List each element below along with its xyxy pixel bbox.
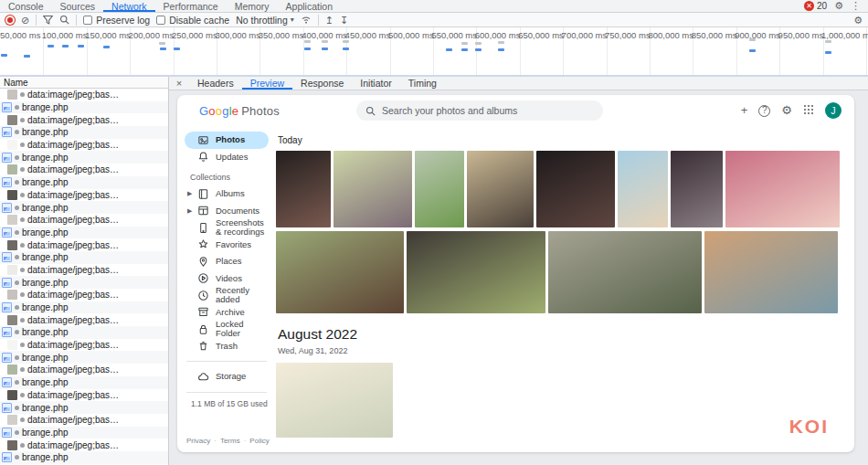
table-row[interactable]: data:image/jpeg;bas…	[0, 414, 168, 427]
photo-tile[interactable]	[618, 151, 668, 227]
request-bar[interactable]	[343, 40, 349, 43]
request-bar[interactable]	[103, 46, 110, 48]
footer-link-terms[interactable]: Terms	[220, 437, 240, 445]
request-bar[interactable]	[475, 42, 482, 45]
sidebar-item-places[interactable]: Places	[185, 253, 269, 270]
sidebar-item-trash[interactable]: Trash	[185, 338, 269, 355]
request-bar[interactable]	[48, 45, 54, 48]
help-icon[interactable]: ?	[758, 105, 770, 117]
request-bar[interactable]	[498, 41, 504, 44]
photo-tile[interactable]	[276, 231, 404, 313]
photo-tile[interactable]	[407, 231, 545, 313]
photo-tile[interactable]	[276, 151, 331, 227]
photo-tile[interactable]	[536, 151, 615, 227]
table-row[interactable]: brange.php	[0, 451, 168, 464]
photo-tile[interactable]	[415, 151, 464, 227]
tab-memory[interactable]: Memory	[227, 0, 278, 12]
request-bar[interactable]	[62, 45, 69, 48]
close-icon[interactable]: ×	[169, 77, 189, 90]
request-bar[interactable]	[446, 48, 452, 51]
throttling-select[interactable]: No throttling ▾	[236, 15, 294, 26]
photos-search-bar[interactable]	[356, 100, 603, 121]
request-bar[interactable]	[475, 48, 482, 51]
photo-tile[interactable]	[467, 151, 534, 227]
table-row[interactable]: brange.php	[0, 101, 168, 114]
network-overview-timeline[interactable]: 50,000 ms100,000 ms150,000 ms200,000 ms2…	[0, 27, 868, 77]
apps-grid-icon[interactable]	[803, 104, 814, 118]
tab-preview[interactable]: Preview	[242, 77, 292, 90]
footer-link-privacy[interactable]: Privacy	[186, 437, 210, 445]
sidebar-item-videos[interactable]: Videos	[185, 270, 269, 288]
request-bar[interactable]	[24, 55, 30, 58]
table-row[interactable]: data:image/jpeg;bas…	[0, 313, 168, 326]
network-settings-gear-icon[interactable]: ⚙	[853, 16, 863, 25]
sidebar-item-updates[interactable]: Updates	[185, 149, 269, 166]
request-bar[interactable]	[825, 40, 831, 43]
request-bar[interactable]	[1, 54, 7, 57]
tab-response[interactable]: Response	[292, 77, 352, 90]
table-row[interactable]: brange.php	[0, 376, 168, 389]
table-row[interactable]: brange.php	[0, 401, 168, 414]
settings-gear-icon[interactable]: ⚙	[834, 0, 843, 12]
tab-sources[interactable]: Sources	[52, 0, 104, 12]
request-bar[interactable]	[174, 48, 180, 50]
search-input[interactable]	[382, 105, 594, 116]
request-bar[interactable]	[304, 40, 311, 43]
table-row[interactable]: brange.php	[0, 251, 168, 264]
table-row[interactable]: brange.php	[0, 227, 168, 239]
disable-cache-checkbox[interactable]: Disable cache	[156, 15, 229, 26]
request-bar[interactable]	[461, 48, 468, 51]
settings-gear-icon[interactable]: ⚙	[781, 104, 792, 117]
more-menu-icon[interactable]: ⋮	[851, 0, 861, 12]
sidebar-item-documents[interactable]: ▶Documents	[185, 203, 269, 220]
search-icon[interactable]	[59, 15, 69, 25]
footer-link-policy[interactable]: Policy	[249, 437, 269, 445]
photo-tile[interactable]	[333, 151, 412, 227]
tab-application[interactable]: Application	[278, 0, 341, 12]
expand-arrow-icon[interactable]: ▶	[187, 190, 192, 197]
sidebar-item-screenshots-recordings[interactable]: Screenshots & recordings	[185, 219, 269, 237]
photo-tile[interactable]	[725, 151, 840, 227]
import-har-icon[interactable]: ↥	[325, 16, 333, 25]
table-row[interactable]: data:image/jpeg;bas…	[0, 439, 168, 451]
photo-tile[interactable]	[704, 231, 838, 313]
expand-arrow-icon[interactable]: ▶	[187, 207, 192, 215]
table-row[interactable]: data:image/jpeg;bas…	[0, 238, 168, 251]
table-row[interactable]: brange.php	[0, 326, 168, 339]
google-photos-logo[interactable]: GooglePhotos	[199, 104, 318, 118]
sidebar-item-albums[interactable]: ▶Albums	[185, 185, 269, 203]
table-row[interactable]: brange.php	[0, 351, 168, 364]
sidebar-item-storage[interactable]: Storage	[185, 368, 269, 386]
table-row[interactable]: data:image/jpeg;bas…	[0, 139, 168, 152]
table-row[interactable]: data:image/jpeg;bas…	[0, 389, 168, 402]
preserve-log-checkbox[interactable]: Preserve log	[83, 15, 150, 26]
table-row[interactable]: data:image/jpeg;bas…	[0, 164, 168, 176]
request-bar[interactable]	[78, 45, 84, 48]
tab-performance[interactable]: Performance	[155, 0, 227, 12]
table-row[interactable]: brange.php	[0, 276, 168, 289]
request-bar[interactable]	[498, 48, 504, 51]
table-row[interactable]: data:image/jpeg;bas…	[0, 113, 168, 126]
request-bar[interactable]	[461, 42, 468, 45]
table-row[interactable]: brange.php	[0, 427, 168, 439]
table-row[interactable]: data:image/jpeg;bas…	[0, 189, 168, 202]
table-row[interactable]: data:image/jpeg;bas…	[0, 214, 168, 227]
export-har-icon[interactable]: ↧	[340, 16, 348, 25]
record-button[interactable]	[5, 16, 15, 25]
upload-plus-icon[interactable]: +	[741, 104, 748, 117]
request-bar[interactable]	[322, 40, 328, 43]
request-bar[interactable]	[749, 49, 756, 52]
request-bar[interactable]	[322, 48, 328, 50]
table-row[interactable]: data:image/jpeg;bas…	[0, 339, 168, 352]
table-row[interactable]: data:image/jpeg;bas…	[0, 264, 168, 277]
table-row[interactable]: brange.php	[0, 301, 168, 314]
sidebar-item-locked-folder[interactable]: Locked Folder	[185, 321, 269, 338]
table-row[interactable]: brange.php	[0, 126, 168, 139]
photo-tile[interactable]	[548, 231, 702, 313]
avatar[interactable]: J	[825, 102, 842, 119]
table-row[interactable]: brange.php	[0, 201, 168, 214]
tab-network[interactable]: Network	[103, 0, 155, 12]
error-count-badge[interactable]: ✕ 20	[804, 1, 827, 11]
request-bar[interactable]	[749, 38, 756, 41]
tab-headers[interactable]: Headers	[189, 77, 242, 90]
